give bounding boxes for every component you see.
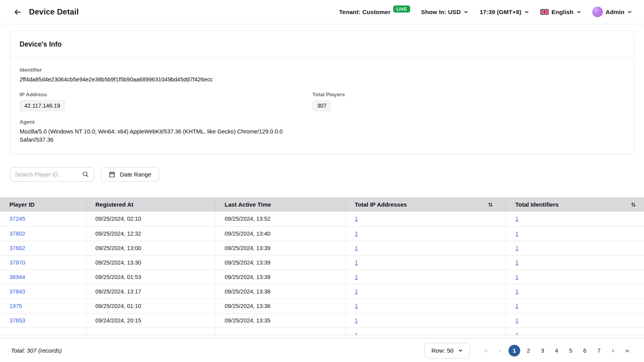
page-title: Device Detail	[29, 7, 79, 16]
page-button-2[interactable]: 2	[523, 345, 534, 357]
identifier-field: Identifier 2ff4da85d4e23064cb5e94e2e38b5…	[20, 67, 624, 84]
total-identifiers-link[interactable]: 1	[516, 216, 519, 222]
agent-label: Agent	[20, 119, 624, 125]
ip-address-field: IP Address 42.117.146.19	[20, 92, 312, 111]
footer-right: Row: 50 « ‹ 1234567 › »	[424, 343, 633, 358]
date-range-button[interactable]: Date Range	[101, 167, 159, 182]
avatar	[592, 7, 603, 17]
total-ips-link[interactable]: 1	[355, 231, 358, 237]
player-id-link[interactable]: 37870	[9, 259, 25, 266]
card-title: Device's Info	[10, 31, 634, 58]
ip-players-row: IP Address 42.117.146.19 Total Players 3…	[20, 92, 624, 111]
table-row: 37602 09/25/2024, 12:32 09/25/2024, 13:4…	[0, 226, 644, 241]
player-id-link[interactable]: 1975	[9, 303, 22, 309]
table-row: 37245 09/25/2024, 02:10 09/25/2024, 13:5…	[0, 212, 644, 226]
total-records-text: Total: 307 (records)	[11, 347, 62, 354]
player-id-link[interactable]: 37662	[9, 245, 25, 251]
first-page-button[interactable]: «	[480, 345, 492, 357]
sort-icon[interactable]	[630, 201, 637, 208]
total-identifiers-link[interactable]: 1	[516, 245, 519, 251]
column-header-total-identifiers[interactable]: Total Identifiers	[506, 197, 644, 212]
prev-page-button[interactable]: ‹	[494, 345, 506, 357]
last-active-cell: 09/25/2024, 13:35	[215, 313, 345, 328]
total-identifiers-link[interactable]: 1	[516, 303, 519, 309]
page-button-7[interactable]: 7	[593, 345, 605, 357]
row-count-select[interactable]: Row: 50	[424, 343, 470, 358]
total-ips-link[interactable]: 1	[355, 245, 358, 251]
page-button-5[interactable]: 5	[565, 345, 577, 357]
table-row: 36944 09/25/2024, 01:53 09/25/2024, 13:3…	[0, 270, 644, 284]
calendar-icon	[109, 171, 116, 178]
page-button-3[interactable]: 3	[537, 345, 548, 357]
total-identifiers-link[interactable]: 1	[516, 288, 519, 295]
show-in-label: Show In: USD	[421, 9, 461, 16]
total-ips-link[interactable]: 1	[355, 274, 358, 280]
total-identifiers-link[interactable]: 1	[516, 332, 519, 336]
last-active-cell: 09/25/2024, 13:36	[215, 299, 345, 313]
registered-at-cell: 09/25/2024, 12:32	[86, 226, 215, 241]
show-in-currency-dropdown[interactable]: Show In: USD	[421, 9, 469, 16]
total-players-chip: 307	[312, 100, 331, 111]
back-button[interactable]	[12, 6, 24, 18]
chevron-down-icon	[463, 9, 469, 14]
table-row: 37870 09/25/2024, 13:30 09/25/2024, 13:3…	[0, 255, 644, 270]
pagination: « ‹ 1234567 › »	[480, 345, 633, 357]
last-page-button[interactable]: »	[621, 345, 633, 357]
search-icon	[82, 171, 89, 178]
tenant-indicator: Tenant: Customer LIVE	[339, 9, 410, 16]
timezone-dropdown[interactable]: 17:39 (GMT+8)	[479, 9, 529, 16]
column-header-registered-at: Registered At	[86, 197, 215, 212]
search-box	[10, 167, 94, 182]
total-identifiers-link[interactable]: 1	[516, 274, 519, 280]
sort-icon[interactable]	[487, 201, 494, 208]
players-table: Player ID Registered At Last Active Time…	[0, 197, 644, 335]
last-active-cell: 09/25/2024, 13:40	[215, 226, 345, 241]
page-button-1[interactable]: 1	[508, 345, 520, 357]
column-header-total-ip-addresses[interactable]: Total IP Addresses	[345, 197, 506, 212]
registered-at-cell: 09/24/2024, 20:15	[86, 313, 215, 328]
total-ips-link[interactable]: 1	[355, 317, 358, 324]
total-ips-link[interactable]: 1	[355, 332, 358, 336]
row-count-label: Row: 50	[431, 347, 454, 354]
agent-value: Mozilla/5.0 (Windows NT 10.0; Win64; x64…	[20, 128, 308, 144]
registered-at-cell: 09/25/2024, 01:53	[86, 270, 215, 284]
total-ips-link[interactable]: 1	[355, 259, 358, 266]
registered-at-cell: 09/25/2024, 13:30	[86, 255, 215, 270]
language-dropdown[interactable]: English	[540, 9, 581, 16]
total-players-label: Total Players	[312, 92, 624, 97]
total-ips-link[interactable]: 1	[355, 288, 358, 295]
registered-at-cell: 09/25/2024, 01:10	[86, 299, 215, 313]
total-identifiers-link[interactable]: 1	[516, 317, 519, 324]
table-row: 37843 09/25/2024, 13:17 09/25/2024, 13:3…	[0, 284, 644, 299]
last-active-cell: 09/25/2024, 13:38	[215, 284, 345, 299]
chevron-down-icon	[576, 9, 581, 14]
player-id-link[interactable]: 37602	[9, 231, 25, 237]
ip-address-label: IP Address	[20, 92, 312, 97]
pagination-pages: 1234567	[508, 345, 605, 357]
last-active-cell: 09/25/2024, 13:52	[215, 212, 345, 226]
chevron-down-icon	[627, 9, 632, 14]
search-input[interactable]	[15, 171, 82, 178]
player-id-link[interactable]: 37843	[9, 288, 25, 295]
player-id-link[interactable]: 37245	[9, 216, 25, 222]
user-label: Admin	[606, 9, 624, 16]
admin-user-menu[interactable]: Admin	[592, 7, 632, 17]
total-ips-link[interactable]: 1	[355, 303, 358, 309]
page-button-4[interactable]: 4	[551, 345, 563, 357]
registered-at-cell: 09/25/2024, 02:10	[86, 212, 215, 226]
player-id-link[interactable]: 37653	[9, 317, 25, 324]
ip-address-chip: 42.117.146.19	[20, 100, 65, 111]
table-row: 1975 09/25/2024, 01:10 09/25/2024, 13:36…	[0, 299, 644, 313]
last-active-cell: 09/25/2024, 13:39	[215, 270, 345, 284]
registered-at-cell	[86, 328, 215, 335]
next-page-button[interactable]: ›	[607, 345, 619, 357]
total-identifiers-link[interactable]: 1	[516, 259, 519, 266]
total-ips-link[interactable]: 1	[355, 216, 358, 222]
total-identifiers-link[interactable]: 1	[516, 231, 519, 237]
uk-flag-icon	[540, 9, 549, 15]
page-button-6[interactable]: 6	[579, 345, 591, 357]
topbar-right: Tenant: Customer LIVE Show In: USD 17:39…	[339, 7, 632, 17]
player-id-link[interactable]: 36944	[9, 274, 25, 280]
filters-row: Date Range	[10, 167, 634, 182]
last-active-cell: 09/25/2024, 13:39	[215, 241, 345, 255]
